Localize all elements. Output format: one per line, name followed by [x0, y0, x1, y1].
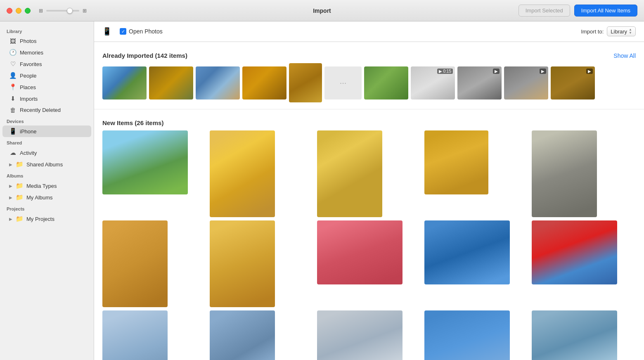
video-badge-7: ▶ 0:15: [437, 69, 453, 74]
media-types-label: Media Types: [26, 183, 85, 189]
sidebar-item-favorites[interactable]: ♡ Favorites: [2, 58, 91, 70]
new-item-11[interactable]: [102, 310, 168, 360]
imported-thumb-3[interactable]: [196, 66, 240, 99]
zoom-slider-track[interactable]: [46, 10, 79, 12]
toolbar-divider: [94, 42, 644, 42]
imported-thumb-5[interactable]: [289, 63, 322, 102]
sidebar-item-places[interactable]: 📍 Places: [2, 81, 91, 93]
new-items-header: New Items (26 items): [102, 114, 636, 130]
sidebar-item-photos[interactable]: 🖼 Photos: [2, 36, 91, 47]
library-section-label: Library: [0, 26, 94, 36]
sidebar: Library 🖼 Photos 🕐 Memories ♡ Favorites …: [0, 21, 94, 360]
import-destination-value: Library: [611, 28, 627, 35]
new-item-8[interactable]: [317, 220, 402, 284]
new-item-6[interactable]: [102, 220, 168, 307]
memories-label: Memories: [20, 50, 85, 56]
imported-thumb-1[interactable]: [102, 66, 147, 99]
open-photos-checkbox-area[interactable]: ✓ Open Photos: [120, 28, 163, 35]
imported-thumb-9[interactable]: ▶: [504, 66, 548, 99]
imported-thumb-6[interactable]: [364, 66, 408, 99]
memories-icon: 🕐: [9, 49, 17, 56]
favorites-icon: ♡: [9, 60, 17, 68]
iphone-icon: 📱: [9, 128, 17, 135]
shared-albums-folder-icon: 📁: [16, 161, 23, 168]
grid-large-icon: ⊞: [83, 8, 87, 14]
sidebar-item-recently-deleted[interactable]: 🗑 Recently Deleted: [2, 104, 91, 116]
video-badge-9: ▶: [540, 69, 546, 74]
favorites-label: Favorites: [20, 61, 85, 67]
new-item-10[interactable]: [532, 220, 617, 284]
places-label: Places: [20, 84, 85, 90]
device-phone-icon: 📱: [102, 27, 111, 36]
main-layout: Library 🖼 Photos 🕐 Memories ♡ Favorites …: [0, 21, 644, 360]
people-label: People: [20, 73, 85, 79]
imported-thumb-10[interactable]: ▶: [551, 66, 595, 99]
zoom-slider-area: ⊞ ⊞: [39, 8, 87, 14]
people-icon: 👤: [9, 72, 17, 79]
media-types-folder-icon: 📁: [16, 182, 23, 189]
new-item-2[interactable]: [210, 130, 275, 217]
video-badge-10: ▶: [586, 69, 593, 74]
show-all-button[interactable]: Show All: [613, 52, 636, 59]
my-projects-label: My Projects: [26, 216, 85, 222]
imports-icon: ⬇: [9, 95, 17, 102]
new-items-title: New Items (26 items): [102, 119, 163, 126]
sidebar-item-imports[interactable]: ⬇ Imports: [2, 93, 91, 104]
titlebar: ⊞ ⊞ Import Import Selected Import All Ne…: [0, 0, 644, 21]
new-item-9[interactable]: [424, 220, 510, 284]
new-item-15[interactable]: [532, 310, 617, 360]
new-item-7[interactable]: [210, 220, 275, 307]
imported-thumb-2[interactable]: [149, 66, 193, 99]
content-toolbar: 📱 ✓ Open Photos Import to: Library ▲▼: [94, 21, 644, 42]
new-item-13[interactable]: [317, 310, 402, 360]
new-item-3[interactable]: [317, 130, 382, 217]
expand-my-albums-icon: ▶: [9, 195, 12, 200]
iphone-label: iPhone: [20, 128, 85, 135]
shared-albums-label: Shared Albums: [26, 161, 85, 168]
already-imported-header: Already Imported (142 items) Show All: [94, 46, 644, 63]
sidebar-item-media-types[interactable]: ▶ 📁 Media Types: [2, 180, 91, 192]
activity-label: Activity: [20, 150, 85, 156]
import-all-button[interactable]: Import All New Items: [574, 5, 637, 17]
sidebar-item-people[interactable]: 👤 People: [2, 70, 91, 81]
import-selected-button[interactable]: Import Selected: [519, 5, 570, 17]
grid-small-icon: ⊞: [39, 8, 43, 14]
sidebar-item-iphone[interactable]: 📱 iPhone: [2, 126, 91, 137]
video-badge-8: ▶: [493, 69, 500, 74]
new-item-5[interactable]: [532, 130, 597, 217]
my-projects-folder-icon: 📁: [16, 215, 23, 223]
albums-section-label: Albums: [0, 170, 94, 180]
close-button[interactable]: [7, 8, 12, 14]
places-icon: 📍: [9, 83, 17, 91]
new-items-section: New Items (26 items): [94, 114, 644, 360]
zoom-slider-thumb[interactable]: [67, 8, 73, 14]
sidebar-item-shared-albums[interactable]: ▶ 📁 Shared Albums: [2, 159, 91, 170]
minimize-button[interactable]: [16, 8, 21, 14]
imported-thumb-8[interactable]: ▶: [457, 66, 502, 99]
open-photos-checkbox[interactable]: ✓: [120, 28, 126, 35]
already-imported-strip: ··· ▶ 0:15 ▶ ▶ ▶: [94, 63, 644, 109]
imported-thumb-more[interactable]: ···: [324, 66, 362, 99]
titlebar-action-buttons: Import Selected Import All New Items: [519, 5, 637, 17]
projects-section-label: Projects: [0, 203, 94, 213]
content-area: 📱 ✓ Open Photos Import to: Library ▲▼ Al…: [94, 21, 644, 360]
shared-section-label: Shared: [0, 137, 94, 147]
sidebar-item-my-albums[interactable]: ▶ 📁 My Albums: [2, 192, 91, 203]
window-title: Import: [313, 7, 331, 14]
maximize-button[interactable]: [25, 8, 31, 14]
import-to-area: Import to: Library ▲▼: [581, 26, 636, 36]
sidebar-item-activity[interactable]: ☁ Activity: [2, 147, 91, 159]
new-items-grid: [102, 130, 636, 360]
imported-thumb-4[interactable]: [242, 66, 286, 99]
expand-shared-albums-icon: ▶: [9, 162, 12, 167]
activity-icon: ☁: [9, 149, 17, 156]
new-item-4[interactable]: [424, 130, 488, 194]
new-item-1[interactable]: [102, 130, 188, 194]
sidebar-item-my-projects[interactable]: ▶ 📁 My Projects: [2, 213, 91, 225]
import-destination-select[interactable]: Library ▲▼: [607, 26, 636, 36]
sidebar-item-memories[interactable]: 🕐 Memories: [2, 47, 91, 58]
imported-thumb-7[interactable]: ▶ 0:15: [411, 66, 455, 99]
new-item-12[interactable]: [210, 310, 275, 360]
imports-label: Imports: [20, 96, 85, 102]
new-item-14[interactable]: [424, 310, 510, 360]
